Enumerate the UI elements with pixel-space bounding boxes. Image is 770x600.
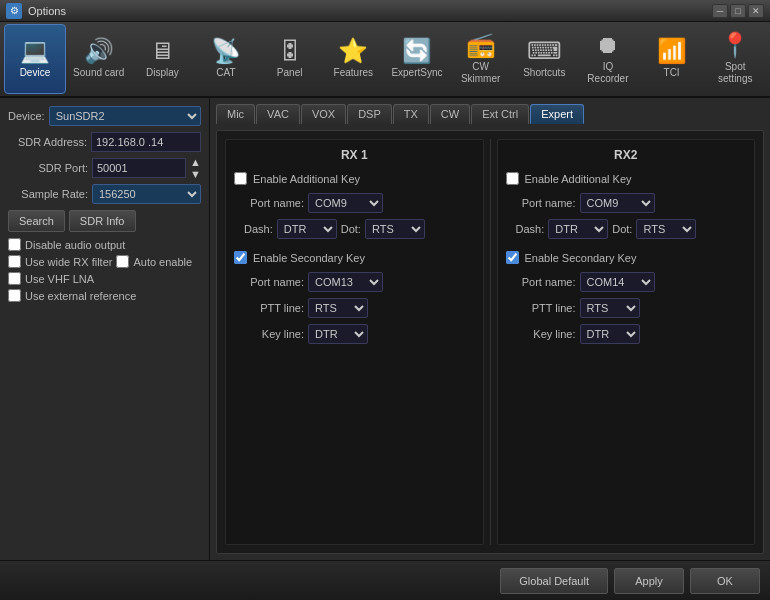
ext-ref-label: Use external reference xyxy=(25,290,136,302)
toolbar-item-iq-recorder[interactable]: ⏺ IQ Recorder xyxy=(577,24,639,94)
rx2-additional-section: Enable Additional Key Port name: COM9 Da… xyxy=(506,172,747,239)
rx2-dot-select[interactable]: RTS xyxy=(636,219,696,239)
tab-dsp[interactable]: DSP xyxy=(347,104,392,124)
cat-icon: 📡 xyxy=(211,39,241,63)
ext-ref-checkbox[interactable] xyxy=(8,289,21,302)
rx1-secondary-key-checkbox[interactable] xyxy=(234,251,247,264)
cw-skimmer-icon: 📻 xyxy=(466,33,496,57)
rx2-port2-label: Port name: xyxy=(506,276,576,288)
device-select[interactable]: SunSDR2 xyxy=(49,106,201,126)
rx2-dash-dot-row: Dash: DTR Dot: RTS xyxy=(506,219,747,239)
app-icon: ⚙ xyxy=(6,3,22,19)
wide-rx-checkbox[interactable] xyxy=(8,255,21,268)
checkbox-disable-audio: Disable audio output xyxy=(8,238,201,251)
rx2-additional-key-checkbox[interactable] xyxy=(506,172,519,185)
maximize-button[interactable]: □ xyxy=(730,4,746,18)
rx-divider xyxy=(490,139,491,545)
rx1-port2-select[interactable]: COM13 xyxy=(308,272,383,292)
sound-card-icon: 🔊 xyxy=(84,39,114,63)
rx1-port-select[interactable]: COM9 xyxy=(308,193,383,213)
tab-tx[interactable]: TX xyxy=(393,104,429,124)
rx1-ptt-select[interactable]: RTS xyxy=(308,298,368,318)
rx1-key-label: Key line: xyxy=(234,328,304,340)
toolbar-item-cat[interactable]: 📡 CAT xyxy=(195,24,257,94)
rx2-panel: RX2 Enable Additional Key Port name: COM… xyxy=(497,139,756,545)
rx2-dash-select[interactable]: DTR xyxy=(548,219,608,239)
tab-vox[interactable]: VOX xyxy=(301,104,346,124)
auto-enable-checkbox[interactable] xyxy=(116,255,129,268)
disable-audio-label: Disable audio output xyxy=(25,239,125,251)
tab-cw[interactable]: CW xyxy=(430,104,470,124)
close-button[interactable]: ✕ xyxy=(748,4,764,18)
disable-audio-checkbox[interactable] xyxy=(8,238,21,251)
iq-recorder-icon: ⏺ xyxy=(596,33,620,57)
sdr-address-input[interactable] xyxy=(91,132,201,152)
rx2-ptt-row: PTT line: RTS xyxy=(506,298,747,318)
rx1-port-row: Port name: COM9 xyxy=(234,193,475,213)
rx1-additional-key-label: Enable Additional Key xyxy=(253,173,360,185)
rx2-ptt-select[interactable]: RTS xyxy=(580,298,640,318)
global-default-button[interactable]: Global Default xyxy=(500,568,608,594)
toolbar-item-tci[interactable]: 📶 TCI xyxy=(641,24,703,94)
rx2-additional-header: Enable Additional Key xyxy=(506,172,747,185)
toolbar-item-shortcuts[interactable]: ⌨ Shortcuts xyxy=(513,24,575,94)
apply-button[interactable]: Apply xyxy=(614,568,684,594)
sdr-info-button[interactable]: SDR Info xyxy=(69,210,136,232)
spot-settings-icon: 📍 xyxy=(720,33,750,57)
device-label: Device: xyxy=(8,110,45,122)
toolbar-item-cw-skimmer[interactable]: 📻 CW Skimmer xyxy=(450,24,512,94)
toolbar-label-panel: Panel xyxy=(277,67,303,79)
toolbar-label-cw-skimmer: CW Skimmer xyxy=(454,61,508,85)
rx2-port-select[interactable]: COM9 xyxy=(580,193,655,213)
toolbar-item-display[interactable]: 🖥 Display xyxy=(132,24,194,94)
ext-ref-row: Use external reference xyxy=(8,289,201,302)
toolbar-label-tci: TCI xyxy=(664,67,680,79)
minimize-button[interactable]: ─ xyxy=(712,4,728,18)
rx2-secondary-key-checkbox[interactable] xyxy=(506,251,519,264)
rx1-panel: RX 1 Enable Additional Key Port name: CO… xyxy=(225,139,484,545)
tab-mic[interactable]: Mic xyxy=(216,104,255,124)
rx2-port2-select[interactable]: COM14 xyxy=(580,272,655,292)
tab-vac[interactable]: VAC xyxy=(256,104,300,124)
toolbar-item-sound-card[interactable]: 🔊 Sound card xyxy=(68,24,130,94)
rx-container: RX 1 Enable Additional Key Port name: CO… xyxy=(216,130,764,554)
rx2-port2-row: Port name: COM14 xyxy=(506,272,747,292)
rx1-dash-dot-row: Dash: DTR Dot: RTS xyxy=(234,219,475,239)
btn-row: Search SDR Info xyxy=(8,210,201,232)
sample-rate-label: Sample Rate: xyxy=(8,188,88,200)
search-button[interactable]: Search xyxy=(8,210,65,232)
sdr-address-label: SDR Address: xyxy=(8,136,87,148)
rx1-dot-select[interactable]: RTS xyxy=(365,219,425,239)
rx1-dot-label: Dot: xyxy=(341,223,361,235)
sdr-port-row: SDR Port: ▲▼ xyxy=(8,156,201,180)
toolbar-item-expertsync[interactable]: 🔄 ExpertSync xyxy=(386,24,448,94)
tab-expert[interactable]: Expert xyxy=(530,104,584,124)
vhf-lna-row: Use VHF LNA xyxy=(8,272,201,285)
rx2-key-select[interactable]: DTR xyxy=(580,324,640,344)
rx1-additional-header: Enable Additional Key xyxy=(234,172,475,185)
rx1-dash-select[interactable]: DTR xyxy=(277,219,337,239)
toolbar-item-device[interactable]: 💻 Device xyxy=(4,24,66,94)
toolbar-label-spot-settings: Spot settings xyxy=(708,61,762,85)
sample-rate-select[interactable]: 156250 xyxy=(92,184,201,204)
wide-rx-row: Use wide RX filter Auto enable xyxy=(8,255,201,268)
ok-button[interactable]: OK xyxy=(690,568,760,594)
rx1-additional-key-checkbox[interactable] xyxy=(234,172,247,185)
toolbar-item-features[interactable]: ⭐ Features xyxy=(322,24,384,94)
toolbar-label-expertsync: ExpertSync xyxy=(391,67,442,79)
rx2-secondary-key-label: Enable Secondary Key xyxy=(525,252,637,264)
rx2-port-label: Port name: xyxy=(506,197,576,209)
sdr-port-input[interactable] xyxy=(92,158,186,178)
rx1-key-row: Key line: DTR xyxy=(234,324,475,344)
vhf-lna-checkbox[interactable] xyxy=(8,272,21,285)
device-row: Device: SunSDR2 xyxy=(8,106,201,126)
shortcuts-icon: ⌨ xyxy=(527,39,562,63)
toolbar-label-features: Features xyxy=(334,67,373,79)
rx1-key-select[interactable]: DTR xyxy=(308,324,368,344)
wide-rx-label: Use wide RX filter xyxy=(25,256,112,268)
features-icon: ⭐ xyxy=(338,39,368,63)
tab-ext-ctrl[interactable]: Ext Ctrl xyxy=(471,104,529,124)
toolbar-item-panel[interactable]: 🎛 Panel xyxy=(259,24,321,94)
toolbar-item-spot-settings[interactable]: 📍 Spot settings xyxy=(704,24,766,94)
rx2-secondary-section: Enable Secondary Key Port name: COM14 PT… xyxy=(506,251,747,344)
